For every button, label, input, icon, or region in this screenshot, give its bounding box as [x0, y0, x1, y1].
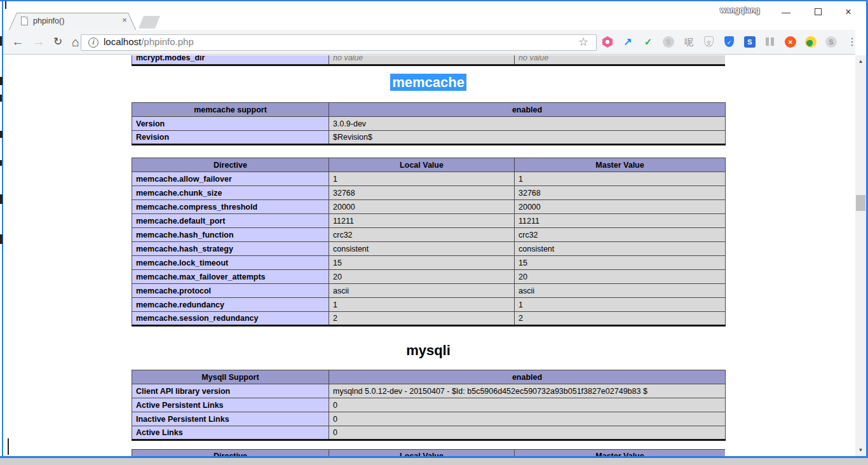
browser-menu-icon[interactable]: ⋮ — [846, 35, 858, 49]
url-text[interactable]: localhost/phpinfo.php — [104, 36, 194, 47]
directive-name-cell: mcrypt.modes_dir — [132, 55, 329, 65]
local-value-cell: 2 — [329, 312, 515, 326]
table-row: memcache.protocolasciiascii — [132, 284, 726, 298]
reload-button[interactable]: ↻ — [50, 34, 66, 50]
directive-name-cell: memcache.hash_strategy — [132, 242, 329, 256]
memcache-support-table: memcache support enabled Version 3.0.9-d… — [132, 102, 726, 145]
key-cell: Inactive Persistent Links — [132, 412, 329, 426]
directive-name-cell: memcache.redundancy — [132, 298, 329, 312]
value-cell: $Revision$ — [329, 131, 726, 145]
master-value-cell: 20 — [515, 270, 726, 284]
local-header-cell: Local Value — [329, 450, 515, 457]
directive-name-cell: memcache.session_redundancy — [132, 312, 329, 326]
table-row: memcache.session_redundancy22 — [132, 312, 726, 326]
directive-name-cell: memcache.max_failover_attempts — [132, 270, 329, 284]
master-value-cell: 1 — [515, 172, 726, 186]
table-header-row: MysqlI Support enabled — [132, 370, 726, 384]
profile-name[interactable]: wangqiang — [720, 6, 760, 15]
table-row: mcrypt.modes_dir no value no value — [132, 55, 726, 65]
key-cell: Revision — [132, 131, 329, 145]
close-button[interactable]: × — [839, 5, 858, 19]
background-artifact — [0, 36, 2, 46]
green-check-extension-icon[interactable]: ✓ — [642, 36, 654, 48]
local-header-cell: Local Value — [329, 158, 515, 172]
table-row: memcache.hash_functioncrc32crc32 — [132, 228, 726, 242]
scroll-down-icon[interactable]: ▼ — [855, 445, 866, 455]
directive-name-cell: memcache.lock_timeout — [132, 256, 329, 270]
alipay-shield-extension-icon[interactable]: 支 — [704, 36, 714, 47]
bookmark-star-icon[interactable]: ☆ — [578, 35, 588, 49]
key-cell: Active Persistent Links — [132, 398, 329, 412]
blue-s-extension-icon[interactable]: S — [744, 36, 756, 48]
master-value-cell: no value — [515, 55, 726, 65]
table-row: Active Persistent Links0 — [132, 398, 726, 412]
background-artifact — [5, 1, 6, 9]
gray-s-extension-icon[interactable]: S — [825, 36, 837, 48]
master-value-cell: crc32 — [515, 228, 726, 242]
forward-button[interactable]: → — [31, 34, 47, 50]
orange-wheel-extension-icon[interactable]: × — [785, 36, 796, 48]
maximize-button[interactable] — [808, 5, 827, 19]
window-border-left — [2, 1, 3, 457]
url-path: /phpinfo.php — [141, 36, 194, 47]
table-row: Active Links0 — [132, 426, 726, 440]
value-cell: 3.0.9-dev — [329, 117, 726, 131]
directive-header-cell: Directive — [132, 158, 329, 172]
value-cell: 0 — [329, 412, 726, 426]
master-value-cell: 11211 — [515, 214, 726, 228]
vertical-scrollbar[interactable]: ▲ ▼ — [855, 55, 866, 456]
directive-header-cell: Directive — [132, 450, 329, 457]
blue-shield-extension-icon[interactable]: ✓ — [724, 36, 734, 47]
directive-name-cell: memcache.compress_threshold — [132, 200, 329, 214]
background-artifact — [8, 438, 9, 455]
support-title-cell: MysqlI Support — [132, 370, 329, 384]
master-value-cell: 2 — [515, 312, 726, 326]
selected-text: memcache — [390, 74, 466, 91]
table-row: Client API library versionmysqlnd 5.0.12… — [132, 384, 726, 398]
memcache-directives-table: Directive Local Value Master Value memca… — [132, 158, 726, 327]
local-value-cell: ascii — [329, 284, 515, 298]
directive-name-cell: memcache.allow_failover — [132, 172, 329, 186]
value-cell: mysqlnd 5.0.12-dev - 20150407 - $Id: b5c… — [329, 384, 726, 398]
trend-arrow-extension-icon[interactable]: ↗ — [622, 36, 634, 48]
local-value-cell: 1 — [329, 298, 515, 312]
tab-shape-fill — [10, 13, 135, 30]
support-title-cell: memcache support — [132, 103, 329, 117]
tab-phpinfo[interactable] — [9, 13, 136, 30]
table-header-row: Directive Local Value Master Value — [132, 450, 726, 457]
master-header-cell: Master Value — [515, 158, 726, 172]
local-value-cell: 20000 — [329, 200, 515, 214]
minimize-button[interactable]: — — [776, 5, 796, 19]
background-artifact — [0, 131, 3, 138]
key-cell: Version — [132, 117, 329, 131]
table-header-row: Directive Local Value Master Value — [132, 158, 726, 172]
directive-name-cell: memcache.chunk_size — [132, 186, 329, 200]
table-row: memcache.max_failover_attempts2020 — [132, 270, 726, 284]
support-status-cell: enabled — [329, 370, 726, 384]
columns-extension-icon[interactable] — [766, 37, 774, 46]
local-value-cell: no value — [329, 55, 515, 65]
yellow-green-extension-icon[interactable] — [805, 36, 817, 48]
table-row: memcache.redundancy11 — [132, 298, 726, 312]
page-content: mcrypt.modes_dir no value no value memca… — [3, 55, 855, 456]
mysqli-heading: mysqli — [132, 342, 725, 359]
key-cell: Active Links — [132, 426, 329, 440]
tab-close-icon[interactable]: × — [119, 15, 130, 25]
back-button[interactable]: ← — [10, 34, 26, 50]
directive-name-cell: memcache.hash_function — [132, 228, 329, 242]
directive-name-cell: memcache.default_port — [132, 214, 329, 228]
scroll-up-icon[interactable]: ▲ — [855, 57, 866, 66]
calligraphy-extension-icon[interactable]: 呢 — [683, 36, 695, 48]
local-value-cell: crc32 — [329, 228, 515, 242]
scrollbar-thumb[interactable] — [856, 195, 865, 211]
support-status-cell: enabled — [329, 103, 726, 117]
memcache-heading: memcache — [132, 74, 725, 91]
mcrypt-partial-row: mcrypt.modes_dir no value no value — [132, 55, 725, 66]
local-value-cell: consistent — [329, 242, 515, 256]
page-info-icon[interactable]: i — [88, 37, 98, 48]
value-cell: 0 — [329, 398, 726, 412]
directive-name-cell: memcache.protocol — [132, 284, 329, 298]
disabled-circle-extension-icon[interactable]: S — [663, 36, 674, 48]
mysqli-directives-partial-header: Directive Local Value Master Value — [132, 449, 725, 456]
local-value-cell: 11211 — [329, 214, 515, 228]
